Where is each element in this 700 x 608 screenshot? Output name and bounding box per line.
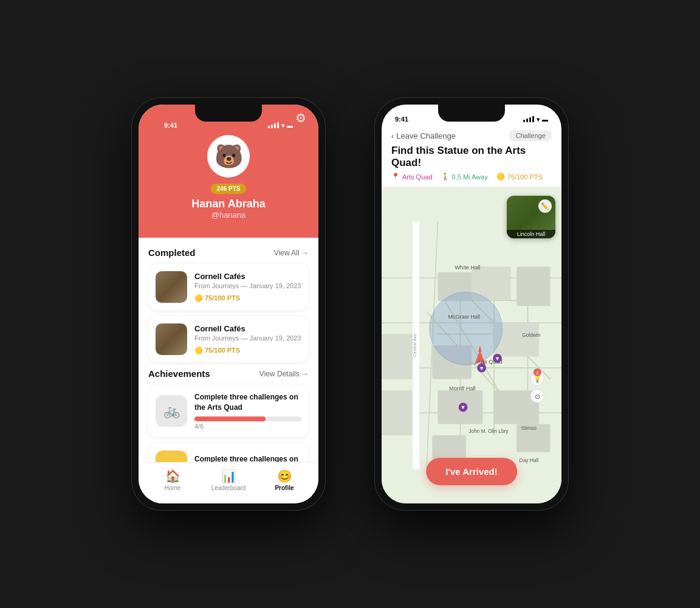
arrived-button[interactable]: I've Arrived! — [426, 458, 517, 485]
profile-label: Profile — [275, 485, 293, 491]
leaderboard-label: Leaderboard — [211, 485, 246, 491]
home-icon: 🏠 — [165, 469, 180, 483]
notch-2 — [438, 105, 505, 122]
svg-text:▼: ▼ — [479, 365, 484, 371]
pts-badge-1: 🟡 75/100 PTS — [194, 294, 240, 302]
svg-text:▼: ▼ — [495, 356, 500, 362]
phone-map: 9:41 ▾ ▬ — [374, 97, 569, 511]
meta-location: 📍 Arts Quad — [391, 173, 433, 181]
card-subtitle-1: From Journeys — January 19, 2023 — [194, 282, 301, 289]
svg-text:Morrill Hall: Morrill Hall — [449, 385, 476, 392]
completed-card-2: Cornell Cafés From Journeys — January 19… — [148, 316, 309, 362]
achievement-icon-1: 🚲 — [156, 395, 187, 427]
map-container: Central Ave — [382, 187, 561, 503]
meta-pts: 🟡 75/100 PTS — [496, 173, 543, 181]
svg-text:Central Ave: Central Ave — [412, 334, 417, 357]
svg-text:White Hall: White Hall — [455, 264, 480, 271]
status-time-2: 9:41 — [395, 116, 408, 123]
challenge-header: ‹ Leave Challenge Challenge Find this St… — [382, 125, 561, 187]
signal-icon — [268, 122, 279, 128]
profile-handle: @hanana — [151, 210, 306, 219]
status-time: 9:41 — [164, 122, 177, 129]
progress-bar-1 — [194, 416, 301, 421]
coin-icon-2: 🟡 — [194, 347, 203, 354]
status-icons-2: ▾ ▬ — [523, 116, 548, 123]
distance-label: 0.5 Mi Away — [452, 173, 488, 181]
location-pin-icon: 📍 — [391, 173, 400, 181]
svg-text:⊙: ⊙ — [535, 393, 540, 400]
completed-section-header: Completed View All → — [148, 247, 309, 258]
thumbnail-label: Lincoln Hall — [507, 230, 555, 238]
leaderboard-icon: 📊 — [221, 469, 236, 483]
completed-card-1: Cornell Cafés From Journeys — January 19… — [148, 264, 309, 310]
svg-text:Goldwin: Goldwin — [522, 332, 540, 338]
card-image-2 — [156, 323, 187, 355]
wifi-icon: ▾ — [281, 122, 284, 129]
card-info-1: Cornell Cafés From Journeys — January 19… — [194, 272, 301, 303]
achievement-card-1: 🚲 Complete three challenges on the Arts … — [148, 385, 309, 437]
map-thumbnail[interactable]: Lincoln Hall ✏️ — [507, 196, 555, 238]
progress-label-1: 4/6 — [194, 423, 301, 430]
bottom-nav: 🏠 Home 📊 Leaderboard 😊 Profile — [139, 462, 318, 503]
back-label: Leave Challenge — [396, 131, 456, 140]
avatar: 🐻 — [207, 135, 250, 178]
coin-icon-1: 🟡 — [194, 294, 203, 302]
points-badge: 246 PTS — [211, 184, 247, 194]
phones-container: 9:41 ▾ ▬ ⚙ 🐻 246 PTS Hanan Abraha @hanan — [107, 73, 593, 535]
back-row: ‹ Leave Challenge Challenge — [391, 130, 552, 141]
svg-text:John M. Olin Lbry: John M. Olin Lbry — [468, 428, 509, 434]
achievement-info-1: Complete three challenges on the Arts Qu… — [194, 392, 301, 430]
profile-icon: 😊 — [277, 469, 292, 483]
card-info-2: Cornell Cafés From Journeys — January 19… — [194, 324, 301, 355]
pts-label: 75/100 PTS — [507, 173, 543, 181]
location-label: Arts Quad — [402, 173, 433, 181]
status-icons: ▾ ▬ — [268, 122, 293, 129]
phone2-inner: 9:41 ▾ ▬ — [382, 105, 561, 503]
svg-rect-28 — [382, 390, 413, 435]
achievements-section-header: Achievements View Details → — [148, 368, 309, 379]
phone-profile: 9:41 ▾ ▬ ⚙ 🐻 246 PTS Hanan Abraha @hanan — [131, 97, 326, 511]
card-subtitle-2: From Journeys — January 19, 2023 — [194, 334, 301, 342]
svg-text:▼: ▼ — [461, 404, 466, 410]
battery-icon-2: ▬ — [542, 116, 548, 123]
challenge-title: Find this Statue on the Arts Quad! — [391, 145, 552, 169]
svg-text:Day Hall: Day Hall — [520, 457, 539, 463]
meta-distance: 🚶 0.5 Mi Away — [441, 173, 488, 181]
home-label: Home — [165, 485, 181, 491]
card-image-1 — [156, 271, 187, 303]
progress-fill-1 — [194, 416, 266, 421]
nav-home[interactable]: 🏠 Home — [154, 469, 191, 491]
svg-text:2: 2 — [536, 370, 538, 376]
achievement-title-1: Complete three challenges on the Arts Qu… — [194, 392, 301, 413]
profile-name: Hanan Abraha — [151, 198, 306, 210]
svg-text:Stimso: Stimso — [521, 425, 537, 431]
signal-icon-2 — [523, 116, 534, 122]
completed-title: Completed — [148, 247, 196, 258]
svg-rect-20 — [516, 267, 551, 306]
challenge-tag: Challenge — [509, 130, 552, 141]
nav-leaderboard[interactable]: 📊 Leaderboard — [210, 469, 247, 491]
view-all-link[interactable]: View All → — [274, 249, 309, 257]
back-button[interactable]: ‹ Leave Challenge — [391, 131, 456, 140]
profile-header: 9:41 ▾ ▬ ⚙ 🐻 246 PTS Hanan Abraha @hanan — [139, 105, 318, 238]
view-details-link[interactable]: View Details → — [259, 370, 309, 378]
card-title-2: Cornell Cafés — [194, 324, 301, 333]
battery-icon: ▬ — [287, 122, 293, 129]
coin-icon-meta: 🟡 — [496, 173, 505, 181]
svg-rect-27 — [382, 334, 413, 379]
pts-badge-2: 🟡 75/100 PTS — [194, 347, 240, 354]
svg-text:💡: 💡 — [534, 375, 541, 383]
card-title-1: Cornell Cafés — [194, 272, 301, 281]
nav-profile[interactable]: 😊 Profile — [266, 469, 303, 491]
walking-icon: 🚶 — [441, 173, 450, 181]
notch — [195, 105, 262, 122]
wifi-icon-2: ▾ — [537, 116, 540, 123]
svg-point-29 — [430, 292, 503, 365]
challenge-meta: 📍 Arts Quad 🚶 0.5 Mi Away 🟡 75/100 PTS — [391, 173, 552, 181]
achievements-title: Achievements — [148, 368, 210, 379]
edit-icon[interactable]: ✏️ — [538, 199, 552, 213]
avatar-bear-icon: 🐻 — [214, 143, 243, 170]
chevron-left-icon: ‹ — [391, 131, 394, 140]
svg-text:McGraw Hall: McGraw Hall — [448, 314, 480, 320]
